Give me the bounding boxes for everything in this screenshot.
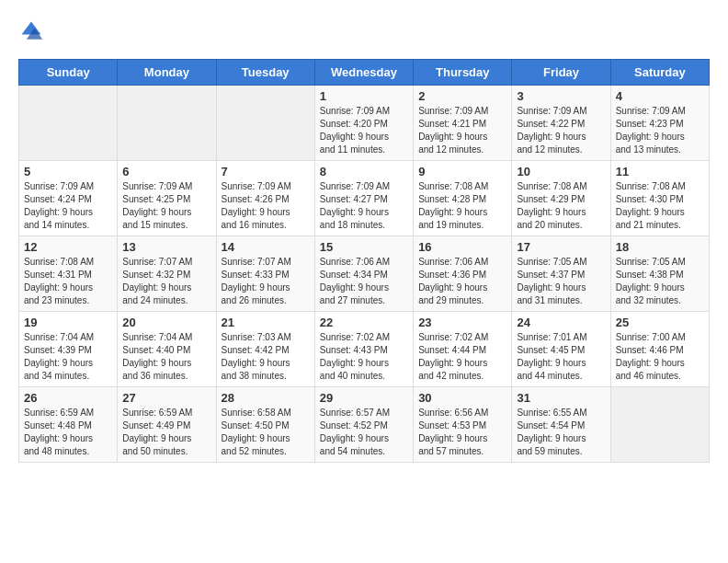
calendar-cell: 28Sunrise: 6:58 AM Sunset: 4:50 PM Dayli… <box>216 387 314 463</box>
day-info: Sunrise: 7:02 AM Sunset: 4:43 PM Dayligh… <box>320 331 408 383</box>
day-number: 5 <box>24 165 112 178</box>
day-number: 20 <box>122 316 210 329</box>
day-number: 21 <box>222 316 310 329</box>
logo <box>18 18 48 44</box>
day-number: 29 <box>320 391 408 405</box>
weekday-header-saturday: Saturday <box>610 60 709 86</box>
calendar-cell: 6Sunrise: 7:09 AM Sunset: 4:25 PM Daylig… <box>118 161 216 236</box>
calendar-cell: 24Sunrise: 7:01 AM Sunset: 4:45 PM Dayli… <box>512 312 610 387</box>
calendar-cell: 5Sunrise: 7:09 AM Sunset: 4:24 PM Daylig… <box>19 161 118 236</box>
day-info: Sunrise: 6:56 AM Sunset: 4:53 PM Dayligh… <box>418 407 506 458</box>
day-info: Sunrise: 7:03 AM Sunset: 4:42 PM Dayligh… <box>222 331 310 383</box>
calendar-cell: 19Sunrise: 7:04 AM Sunset: 4:39 PM Dayli… <box>19 312 118 387</box>
day-info: Sunrise: 7:08 AM Sunset: 4:31 PM Dayligh… <box>24 256 112 307</box>
calendar-cell: 10Sunrise: 7:08 AM Sunset: 4:29 PM Dayli… <box>512 161 610 236</box>
calendar-cell: 21Sunrise: 7:03 AM Sunset: 4:42 PM Dayli… <box>216 312 314 387</box>
day-info: Sunrise: 7:05 AM Sunset: 4:37 PM Dayligh… <box>517 256 605 307</box>
day-info: Sunrise: 6:59 AM Sunset: 4:48 PM Dayligh… <box>24 407 112 458</box>
day-number: 11 <box>616 165 704 178</box>
calendar-week-4: 19Sunrise: 7:04 AM Sunset: 4:39 PM Dayli… <box>19 312 710 387</box>
calendar-cell: 4Sunrise: 7:09 AM Sunset: 4:23 PM Daylig… <box>610 86 709 161</box>
day-number: 28 <box>222 391 310 405</box>
day-number: 1 <box>320 89 408 103</box>
calendar-cell <box>610 387 709 463</box>
day-number: 15 <box>320 240 408 254</box>
day-info: Sunrise: 7:09 AM Sunset: 4:27 PM Dayligh… <box>320 180 408 232</box>
weekday-header-friday: Friday <box>512 60 610 86</box>
day-number: 24 <box>517 316 605 329</box>
calendar-cell <box>118 86 216 161</box>
day-info: Sunrise: 7:09 AM Sunset: 4:23 PM Dayligh… <box>616 105 704 156</box>
day-number: 18 <box>616 240 704 254</box>
day-info: Sunrise: 7:04 AM Sunset: 4:40 PM Dayligh… <box>122 331 210 383</box>
calendar-cell: 29Sunrise: 6:57 AM Sunset: 4:52 PM Dayli… <box>314 387 413 463</box>
day-number: 8 <box>320 165 408 178</box>
day-number: 27 <box>122 391 210 405</box>
calendar-cell: 9Sunrise: 7:08 AM Sunset: 4:28 PM Daylig… <box>414 161 512 236</box>
day-info: Sunrise: 6:59 AM Sunset: 4:49 PM Dayligh… <box>122 407 210 458</box>
day-info: Sunrise: 7:08 AM Sunset: 4:30 PM Dayligh… <box>616 180 704 232</box>
calendar-cell: 25Sunrise: 7:00 AM Sunset: 4:46 PM Dayli… <box>610 312 709 387</box>
calendar-cell: 20Sunrise: 7:04 AM Sunset: 4:40 PM Dayli… <box>118 312 216 387</box>
calendar-week-2: 5Sunrise: 7:09 AM Sunset: 4:24 PM Daylig… <box>19 161 710 236</box>
day-info: Sunrise: 7:08 AM Sunset: 4:28 PM Dayligh… <box>418 180 506 232</box>
day-info: Sunrise: 7:01 AM Sunset: 4:45 PM Dayligh… <box>517 331 605 383</box>
day-info: Sunrise: 7:08 AM Sunset: 4:29 PM Dayligh… <box>517 180 605 232</box>
calendar-cell: 7Sunrise: 7:09 AM Sunset: 4:26 PM Daylig… <box>216 161 314 236</box>
calendar-cell: 27Sunrise: 6:59 AM Sunset: 4:49 PM Dayli… <box>118 387 216 463</box>
calendar-cell: 14Sunrise: 7:07 AM Sunset: 4:33 PM Dayli… <box>216 236 314 312</box>
day-info: Sunrise: 7:07 AM Sunset: 4:32 PM Dayligh… <box>122 256 210 307</box>
day-number: 7 <box>222 165 310 178</box>
day-info: Sunrise: 7:09 AM Sunset: 4:21 PM Dayligh… <box>418 105 506 156</box>
day-number: 12 <box>24 240 112 254</box>
day-number: 2 <box>418 89 506 103</box>
calendar-week-1: 1Sunrise: 7:09 AM Sunset: 4:20 PM Daylig… <box>19 86 710 161</box>
day-info: Sunrise: 6:55 AM Sunset: 4:54 PM Dayligh… <box>517 407 605 458</box>
calendar-cell: 3Sunrise: 7:09 AM Sunset: 4:22 PM Daylig… <box>512 86 610 161</box>
logo-icon <box>18 18 44 44</box>
day-number: 25 <box>616 316 704 329</box>
calendar-cell <box>216 86 314 161</box>
calendar-body: 1Sunrise: 7:09 AM Sunset: 4:20 PM Daylig… <box>19 86 710 463</box>
calendar-cell: 17Sunrise: 7:05 AM Sunset: 4:37 PM Dayli… <box>512 236 610 312</box>
day-number: 10 <box>517 165 605 178</box>
day-info: Sunrise: 6:57 AM Sunset: 4:52 PM Dayligh… <box>320 407 408 458</box>
day-info: Sunrise: 7:09 AM Sunset: 4:25 PM Dayligh… <box>122 180 210 232</box>
calendar-cell: 23Sunrise: 7:02 AM Sunset: 4:44 PM Dayli… <box>414 312 512 387</box>
calendar-cell: 31Sunrise: 6:55 AM Sunset: 4:54 PM Dayli… <box>512 387 610 463</box>
day-number: 16 <box>418 240 506 254</box>
weekday-header-wednesday: Wednesday <box>314 60 413 86</box>
day-number: 30 <box>418 391 506 405</box>
weekday-header-thursday: Thursday <box>414 60 512 86</box>
weekday-header-row: SundayMondayTuesdayWednesdayThursdayFrid… <box>19 60 710 86</box>
day-info: Sunrise: 7:09 AM Sunset: 4:22 PM Dayligh… <box>517 105 605 156</box>
day-number: 17 <box>517 240 605 254</box>
day-number: 23 <box>418 316 506 329</box>
day-info: Sunrise: 6:58 AM Sunset: 4:50 PM Dayligh… <box>222 407 310 458</box>
calendar-cell: 18Sunrise: 7:05 AM Sunset: 4:38 PM Dayli… <box>610 236 709 312</box>
calendar-cell: 26Sunrise: 6:59 AM Sunset: 4:48 PM Dayli… <box>19 387 118 463</box>
day-info: Sunrise: 7:04 AM Sunset: 4:39 PM Dayligh… <box>24 331 112 383</box>
day-info: Sunrise: 7:09 AM Sunset: 4:26 PM Dayligh… <box>222 180 310 232</box>
page-header <box>18 18 710 44</box>
day-info: Sunrise: 7:07 AM Sunset: 4:33 PM Dayligh… <box>222 256 310 307</box>
calendar-cell: 12Sunrise: 7:08 AM Sunset: 4:31 PM Dayli… <box>19 236 118 312</box>
day-number: 22 <box>320 316 408 329</box>
day-info: Sunrise: 7:05 AM Sunset: 4:38 PM Dayligh… <box>616 256 704 307</box>
day-info: Sunrise: 7:06 AM Sunset: 4:34 PM Dayligh… <box>320 256 408 307</box>
calendar-table: SundayMondayTuesdayWednesdayThursdayFrid… <box>18 59 710 463</box>
day-number: 13 <box>122 240 210 254</box>
day-number: 19 <box>24 316 112 329</box>
calendar-week-3: 12Sunrise: 7:08 AM Sunset: 4:31 PM Dayli… <box>19 236 710 312</box>
calendar-header: SundayMondayTuesdayWednesdayThursdayFrid… <box>19 60 710 86</box>
calendar-cell: 2Sunrise: 7:09 AM Sunset: 4:21 PM Daylig… <box>414 86 512 161</box>
weekday-header-sunday: Sunday <box>19 60 118 86</box>
day-number: 26 <box>24 391 112 405</box>
day-info: Sunrise: 7:00 AM Sunset: 4:46 PM Dayligh… <box>616 331 704 383</box>
day-number: 3 <box>517 89 605 103</box>
calendar-cell: 11Sunrise: 7:08 AM Sunset: 4:30 PM Dayli… <box>610 161 709 236</box>
calendar-cell <box>19 86 118 161</box>
calendar-cell: 22Sunrise: 7:02 AM Sunset: 4:43 PM Dayli… <box>314 312 413 387</box>
day-number: 9 <box>418 165 506 178</box>
calendar-week-5: 26Sunrise: 6:59 AM Sunset: 4:48 PM Dayli… <box>19 387 710 463</box>
